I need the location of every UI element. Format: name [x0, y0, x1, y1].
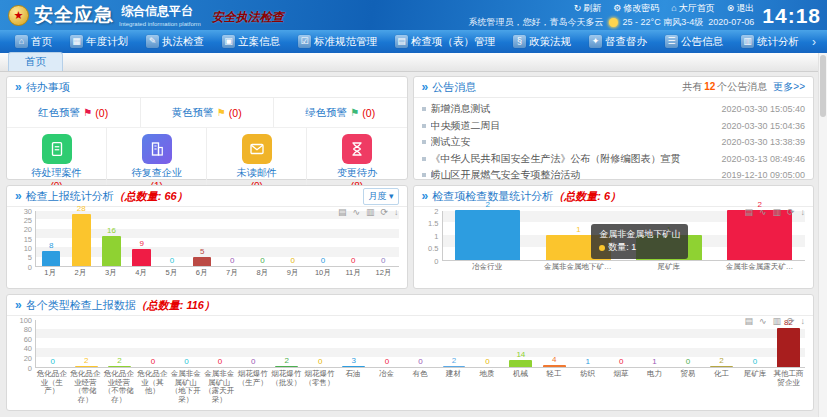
nav-item-case-info[interactable]: ▣立案信息	[215, 33, 287, 51]
bar-chart-icon[interactable]: ▥	[772, 317, 781, 326]
period-select[interactable]: 月度 ▾	[363, 188, 398, 205]
scrollbar-thumb[interactable]	[820, 55, 826, 117]
x-tick-label: 8月	[247, 267, 277, 281]
bar-1[interactable]	[75, 366, 98, 367]
line-chart-icon[interactable]: ∿	[759, 317, 767, 326]
emblem-logo-icon: ★	[8, 5, 29, 26]
x-tick-label: 1月	[35, 267, 65, 281]
bar-slot: 0	[247, 256, 277, 266]
nav-overflow-arrow-icon[interactable]: ›	[812, 35, 816, 49]
bar-value-label: 0	[291, 256, 295, 265]
announcement-item[interactable]: 新增消息测试2020-03-30 15:05:40	[422, 101, 806, 118]
bar-value-label: 0	[260, 256, 264, 265]
alert-green-count: (0)	[362, 107, 375, 119]
line-chart-icon[interactable]: ∿	[759, 208, 767, 217]
bar-value-label: 0	[170, 256, 174, 265]
bar-slot: 0	[36, 357, 69, 367]
nav-item-label: 政策法规	[529, 35, 571, 49]
tab-home[interactable]: 首页	[8, 52, 63, 71]
category-report-chart-panel: » 各个类型检查上报数据（总数量: 116） ▤∿▥⟳↓020406080100…	[6, 294, 814, 411]
announcement-panel-title: 公告消息	[432, 80, 476, 95]
nav-item-policy-regulation[interactable]: §政策法规	[506, 33, 578, 51]
bar-2[interactable]	[108, 366, 131, 367]
alert-red[interactable]: 红色预警 ⚑ (0)	[7, 98, 141, 127]
nav-icon-case-info: ▣	[222, 35, 235, 48]
line-chart-icon[interactable]: ∿	[352, 208, 360, 217]
panel-chevron-icon: »	[422, 190, 429, 202]
header-link-refresh[interactable]: ↻刷新	[574, 2, 602, 15]
save-image-icon[interactable]: ↓	[801, 317, 806, 326]
bar-slot: 1	[638, 357, 671, 367]
bar-3[interactable]	[132, 249, 151, 266]
save-image-icon[interactable]: ↓	[394, 208, 399, 217]
app-subtitle-en: Integrated information platform	[119, 21, 201, 27]
restore-icon[interactable]: ⟳	[787, 317, 795, 326]
nav-item-enforcement-check[interactable]: ✎执法检查	[139, 33, 211, 51]
restore-icon[interactable]: ⟳	[380, 208, 388, 217]
bar-12[interactable]	[443, 366, 466, 367]
bar-7[interactable]	[275, 366, 298, 367]
data-view-icon[interactable]: ▤	[338, 208, 347, 217]
x-tick-label: 危化品企业（生产）	[35, 368, 68, 402]
x-axis: 冶金行业金属非金属地下矿…尾矿库金属非金属露天矿…	[442, 261, 806, 285]
y-tick-label: 10	[24, 245, 32, 253]
bar-3[interactable]	[727, 210, 792, 260]
data-view-icon[interactable]: ▤	[744, 208, 753, 217]
announcement-item[interactable]: 《中华人民共和国安全生产法》公布（附修编图表）宣贯2020-03-13 08:4…	[422, 151, 806, 168]
bar-15[interactable]	[543, 365, 566, 367]
bar-5[interactable]	[193, 257, 212, 266]
announcement-item[interactable]: 崂山区开展燃气安全专项整治活动2019-12-10 09:05:00	[422, 167, 806, 184]
nav-item-home[interactable]: ⌂首页	[8, 33, 59, 51]
alert-yellow[interactable]: 黄色预警 ⚑ (0)	[141, 98, 275, 127]
announcement-more-link[interactable]: 更多>>	[773, 80, 805, 94]
yellow-flag-icon: ⚑	[217, 107, 226, 118]
bullet-icon	[422, 140, 426, 144]
y-tick-label: 30	[24, 207, 32, 215]
bullet-icon	[422, 157, 426, 161]
nav-item-supervision[interactable]: ✦督查督办	[582, 33, 654, 51]
alert-green[interactable]: 绿色预警 ⚑ (0)	[274, 98, 407, 127]
nav-icon-check-item-management: ▤	[395, 35, 408, 48]
header-link-home[interactable]: ⌂大厅首页	[671, 2, 714, 15]
vertical-scrollbar[interactable]	[818, 53, 827, 417]
bar-2[interactable]	[102, 236, 121, 266]
nav-icon-policy-regulation: §	[513, 35, 526, 48]
bar-chart-icon[interactable]: ▥	[772, 208, 781, 217]
bar-22[interactable]	[777, 328, 800, 367]
nav-item-annual-plan[interactable]: ▦年度计划	[63, 33, 135, 51]
nav-item-statistics[interactable]: ▥统计分析	[734, 33, 806, 51]
data-view-icon[interactable]: ▤	[744, 317, 753, 326]
hourglass-icon	[342, 134, 372, 164]
bar-1[interactable]	[72, 214, 91, 266]
category-report-chart: ▤∿▥⟳↓02040608010002200002030020144101020…	[7, 316, 813, 404]
x-tick-label: 金属非金属矿山（地下开采）	[169, 368, 202, 402]
header-link-logout[interactable]: ⊗退出	[727, 2, 755, 15]
bar-20[interactable]	[710, 366, 733, 367]
y-tick-label: 0	[28, 364, 32, 372]
nav-item-announcement[interactable]: ☰公告信息	[658, 33, 730, 51]
x-tick-label: 有色	[403, 368, 436, 402]
y-tick-label: 1.5	[428, 220, 438, 228]
nav-icon-standard-management: ☑	[298, 35, 311, 48]
nav-item-check-item-management[interactable]: ▤检查项（表）管理	[388, 33, 502, 51]
announcement-item[interactable]: 测试立安2020-03-30 13:38:39	[422, 134, 806, 151]
announcement-date: 2020-03-30 13:38:39	[721, 137, 805, 147]
bar-slot: 0	[136, 357, 169, 367]
bar-0[interactable]	[42, 251, 61, 266]
bar-9[interactable]	[342, 366, 365, 367]
restore-icon[interactable]: ⟳	[787, 208, 795, 217]
bar-value-label: 0	[321, 256, 325, 265]
bar-0[interactable]	[455, 210, 520, 260]
header-link-label: 修改密码	[623, 2, 659, 15]
bar-chart-icon[interactable]: ▥	[366, 208, 375, 217]
y-tick-label: 80	[24, 326, 32, 334]
nav-item-standard-management[interactable]: ☑标准规范管理	[291, 33, 384, 51]
bar-14[interactable]	[509, 360, 532, 367]
save-image-icon[interactable]: ↓	[801, 208, 806, 217]
bar-value-label: 0	[381, 256, 385, 265]
bar-value-label: 8	[49, 241, 53, 250]
announcement-item[interactable]: 中央频道二周目2020-03-30 15:04:36	[422, 118, 806, 135]
y-tick-label: 100	[19, 316, 32, 324]
header-link-password[interactable]: ⚙修改密码	[613, 2, 659, 15]
bar-value-label: 0	[619, 357, 623, 366]
